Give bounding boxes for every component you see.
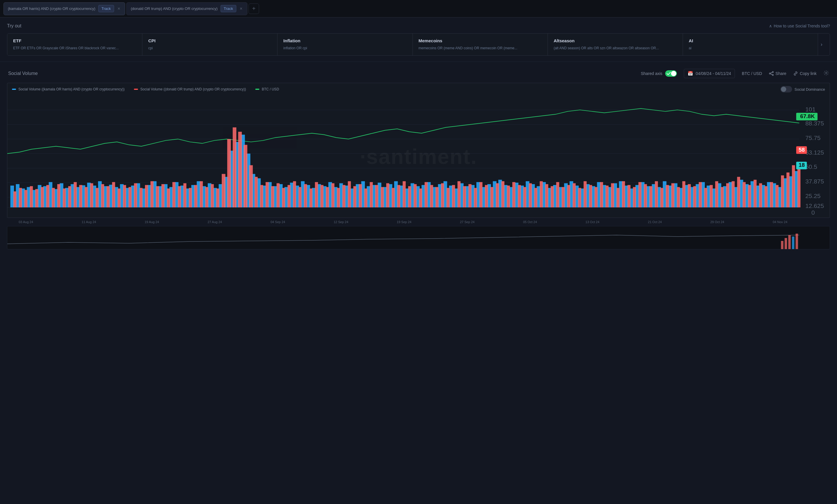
preset-cpi[interactable]: CPI cpi bbox=[142, 34, 278, 55]
svg-rect-210 bbox=[299, 187, 301, 208]
svg-rect-237 bbox=[447, 188, 449, 208]
svg-rect-295 bbox=[765, 186, 768, 208]
tab-1[interactable]: (kamala OR harris) AND (crypto OR crypto… bbox=[3, 2, 125, 15]
preset-ai-title: AI bbox=[689, 38, 812, 43]
x-label-13: 04 Nov 24 bbox=[773, 220, 787, 224]
svg-point-1 bbox=[769, 73, 770, 74]
legend-item-1: Social Volume ((kamala OR harris) AND (c… bbox=[12, 87, 125, 91]
legend-item-3: BTC / USD bbox=[255, 87, 279, 91]
svg-rect-244 bbox=[485, 185, 488, 208]
svg-rect-217 bbox=[337, 188, 340, 208]
how-to-use-link[interactable]: ∧ How to use Social Trends tool? bbox=[769, 24, 830, 28]
svg-rect-242 bbox=[474, 188, 477, 208]
svg-rect-223 bbox=[370, 182, 373, 208]
svg-text:37.875: 37.875 bbox=[805, 179, 824, 185]
preset-inflation[interactable]: Inflation inflation OR cpi bbox=[278, 34, 412, 55]
svg-rect-194 bbox=[211, 184, 214, 208]
svg-rect-262 bbox=[584, 181, 586, 208]
mini-chart[interactable] bbox=[7, 226, 830, 249]
svg-rect-261 bbox=[578, 188, 581, 208]
svg-rect-247 bbox=[501, 181, 504, 208]
svg-text:25.25: 25.25 bbox=[805, 193, 820, 199]
x-label-8: 27 Sep 24 bbox=[460, 220, 474, 224]
svg-rect-327 bbox=[788, 235, 790, 249]
svg-rect-294 bbox=[759, 183, 762, 208]
legend-item-2: Social Volume ((donald OR trump) AND (cr… bbox=[134, 87, 246, 91]
preset-etf[interactable]: ETF ETF OR ETFs OR Grayscale OR iShares … bbox=[7, 34, 142, 55]
svg-rect-258 bbox=[562, 187, 565, 208]
svg-rect-269 bbox=[622, 181, 625, 208]
svg-rect-271 bbox=[633, 187, 636, 208]
svg-rect-207 bbox=[282, 188, 285, 208]
svg-rect-232 bbox=[419, 188, 422, 208]
preset-more-button[interactable]: › bbox=[818, 34, 830, 55]
svg-rect-329 bbox=[796, 234, 798, 249]
tab-1-query: (kamala OR harris) AND (crypto OR crypto… bbox=[8, 6, 95, 11]
preset-memecoins[interactable]: Memecoins memecoins OR (meme AND coins) … bbox=[413, 34, 548, 55]
legend-color-2 bbox=[134, 89, 138, 90]
tab-add-button[interactable]: + bbox=[249, 3, 259, 14]
chart-controls: Shared axis 📅 04/08/24 - 04/11/24 BTC / … bbox=[641, 69, 829, 78]
svg-rect-252 bbox=[529, 183, 532, 208]
tryout-title: Try out bbox=[7, 23, 21, 29]
svg-rect-276 bbox=[660, 188, 663, 208]
svg-rect-206 bbox=[277, 183, 280, 208]
svg-rect-218 bbox=[342, 185, 345, 208]
svg-rect-277 bbox=[666, 185, 669, 208]
chevron-right-icon: › bbox=[821, 41, 822, 48]
svg-rect-281 bbox=[688, 184, 691, 208]
social-dominance-label: Social Dominance bbox=[795, 87, 825, 92]
social-dominance-toggle[interactable] bbox=[780, 86, 792, 92]
svg-rect-239 bbox=[458, 181, 460, 208]
svg-rect-166 bbox=[57, 184, 60, 208]
svg-rect-249 bbox=[512, 182, 515, 208]
date-range-picker[interactable]: 📅 04/08/24 - 04/11/24 bbox=[684, 69, 735, 78]
shared-axis-toggle[interactable] bbox=[665, 70, 677, 77]
svg-rect-225 bbox=[381, 187, 384, 208]
preset-ai[interactable]: AI ai bbox=[683, 34, 818, 55]
svg-rect-299 bbox=[786, 173, 789, 208]
shared-axis-label: Shared axis bbox=[641, 71, 662, 76]
svg-rect-287 bbox=[720, 187, 724, 208]
tab-1-track[interactable]: Track bbox=[98, 5, 114, 12]
x-label-5: 04 Sep 24 bbox=[270, 220, 285, 224]
social-dominance-control[interactable]: Social Dominance bbox=[780, 86, 825, 92]
x-label-9: 05 Oct 24 bbox=[523, 220, 537, 224]
svg-rect-158 bbox=[14, 191, 16, 208]
svg-rect-179 bbox=[129, 187, 131, 208]
preset-altseason[interactable]: Altseason (alt AND season) OR alts OR sz… bbox=[548, 34, 683, 55]
svg-rect-198 bbox=[233, 127, 237, 208]
svg-point-2 bbox=[772, 74, 773, 75]
svg-rect-248 bbox=[507, 185, 510, 208]
copy-link-button[interactable]: Copy link bbox=[793, 71, 817, 76]
svg-rect-284 bbox=[704, 188, 707, 208]
chart-svg: 101 88.375 75.75 63.125 50.5 37.875 25.2… bbox=[7, 95, 830, 218]
svg-rect-216 bbox=[332, 183, 334, 208]
svg-rect-199 bbox=[238, 132, 242, 208]
svg-rect-213 bbox=[315, 182, 318, 208]
svg-rect-170 bbox=[79, 185, 82, 208]
svg-rect-224 bbox=[375, 185, 378, 208]
x-label-2: 11 Aug 24 bbox=[82, 220, 96, 224]
svg-rect-173 bbox=[96, 188, 99, 208]
date-range-label: 04/08/24 - 04/11/24 bbox=[695, 71, 731, 76]
settings-button[interactable] bbox=[823, 70, 829, 77]
tryout-header: Try out ∧ How to use Social Trends tool? bbox=[7, 23, 830, 29]
svg-rect-286 bbox=[715, 181, 718, 208]
tab-1-close[interactable]: × bbox=[117, 6, 121, 11]
preset-cards: ETF ETF OR ETFs OR Grayscale OR iShares … bbox=[7, 33, 830, 56]
svg-rect-204 bbox=[266, 182, 268, 208]
share-button[interactable]: Share bbox=[769, 71, 786, 76]
svg-rect-293 bbox=[753, 180, 756, 208]
shared-axis-control[interactable]: Shared axis bbox=[641, 70, 677, 77]
preset-altseason-title: Altseason bbox=[554, 38, 677, 43]
svg-rect-241 bbox=[468, 184, 471, 208]
tab-2-close[interactable]: × bbox=[239, 6, 243, 11]
svg-rect-246 bbox=[496, 183, 499, 208]
legend-label-1: Social Volume ((kamala OR harris) AND (c… bbox=[18, 87, 125, 91]
svg-rect-328 bbox=[792, 236, 795, 249]
svg-rect-282 bbox=[693, 186, 696, 208]
tab-2-track[interactable]: Track bbox=[220, 5, 236, 12]
svg-rect-253 bbox=[534, 188, 537, 208]
tab-2[interactable]: (donald OR trump) AND (crypto OR cryptoc… bbox=[126, 2, 247, 15]
